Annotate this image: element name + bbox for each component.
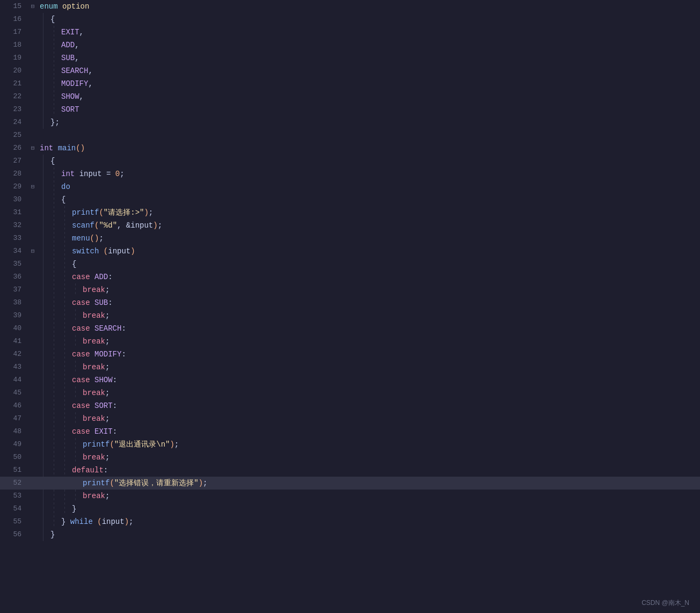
line-num-42: 42 [0,348,28,361]
code-line-32: 32 scanf("%d", &input); [0,219,700,232]
line-num-33: 33 [0,232,28,245]
line-num-25: 25 [0,129,28,142]
line-num-23: 23 [0,103,28,116]
fold-27 [28,155,38,167]
line-num-37: 37 [0,283,28,296]
fold-46 [28,399,38,412]
fold-17 [28,26,38,39]
line-num-55: 55 [0,515,28,528]
code-content-41: break; [81,335,700,348]
code-line-26: 26 ⊟ int main() [0,142,700,155]
fold-41 [28,335,38,348]
code-line-42: 42 case MODIFY: [0,348,700,361]
code-content-50: break; [81,451,700,464]
fold-45 [28,386,38,399]
code-content-40: case SEARCH: [70,322,700,335]
fold-44 [28,374,38,386]
fold-35 [28,258,38,271]
code-content-34: switch (input) [70,245,700,258]
code-line-46: 46 case SORT: [0,399,700,412]
line-num-19: 19 [0,52,28,64]
code-content-48: case EXIT: [70,425,700,438]
line-num-49: 49 [0,438,28,451]
code-content-37: break; [81,283,700,296]
fold-21 [28,77,38,90]
code-line-27: 27 { [0,155,700,167]
code-content-51: default: [70,464,700,477]
code-content-20: SEARCH, [59,64,700,77]
code-editor: 15 ⊟ enum option 16 { 17 EXIT, 18 ADD, 1… [0,0,700,541]
code-content-19: SUB, [59,52,700,64]
line-num-21: 21 [0,77,28,90]
fold-34[interactable]: ⊟ [28,245,38,258]
code-line-33: 33 menu(); [0,232,700,245]
code-line-44: 44 case SHOW: [0,374,700,386]
line-num-38: 38 [0,296,28,309]
line-num-28: 28 [0,167,28,180]
code-line-40: 40 case SEARCH: [0,322,700,335]
line-num-40: 40 [0,322,28,335]
fold-38 [28,296,38,309]
code-line-25: 25 [0,129,700,142]
code-content-17: EXIT, [59,26,700,39]
fold-43 [28,361,38,374]
code-content-45: break; [81,386,700,399]
code-line-37: 37 break; [0,283,700,296]
fold-26[interactable]: ⊟ [28,142,38,155]
line-num-48: 48 [0,425,28,438]
code-content-29: do [59,180,700,193]
line-num-56: 56 [0,528,28,541]
code-line-56: 56 } [0,528,700,541]
fold-19 [28,52,38,64]
code-line-51: 51 default: [0,464,700,477]
line-num-27: 27 [0,155,28,167]
code-line-18: 18 ADD, [0,39,700,52]
code-line-15: 15 ⊟ enum option [0,0,700,13]
code-content-56: } [48,528,700,541]
line-num-50: 50 [0,451,28,464]
line-num-29: 29 [0,180,28,193]
line-num-30: 30 [0,193,28,206]
code-line-50: 50 break; [0,451,700,464]
code-line-24: 24 }; [0,116,700,129]
fold-50 [28,451,38,464]
code-content-53: break; [81,490,700,502]
code-line-30: 30 { [0,193,700,206]
code-line-28: 28 int input = 0; [0,167,700,180]
line-num-53: 53 [0,490,28,502]
code-content-18: ADD, [59,39,700,52]
fold-52 [28,477,38,490]
fold-15[interactable]: ⊟ [28,0,38,13]
fold-47 [28,412,38,425]
code-content-15: enum option [38,0,700,13]
fold-53 [28,490,38,502]
code-line-16: 16 { [0,13,700,26]
code-line-55: 55 } while (input); [0,515,700,528]
code-content-39: break; [81,309,700,322]
code-line-21: 21 MODIFY, [0,77,700,90]
code-content-31: printf("请选择:>"); [70,206,700,219]
line-num-26: 26 [0,142,28,155]
code-content-32: scanf("%d", &input); [70,219,700,232]
fold-55 [28,515,38,528]
code-content-42: case MODIFY: [70,348,700,361]
line-num-54: 54 [0,502,28,515]
code-line-45: 45 break; [0,386,700,399]
fold-29[interactable]: ⊟ [28,180,38,193]
fold-37 [28,283,38,296]
code-line-31: 31 printf("请选择:>"); [0,206,700,219]
code-line-23: 23 SORT [0,103,700,116]
code-line-53: 53 break; [0,490,700,502]
code-line-34: 34 ⊟ switch (input) [0,245,700,258]
fold-40 [28,322,38,335]
line-num-34: 34 [0,245,28,258]
code-line-49: 49 printf("退出通讯录\n"); [0,438,700,451]
line-num-44: 44 [0,374,28,386]
code-content-27: { [48,155,700,167]
code-content-23: SORT [59,103,700,116]
code-content-46: case SORT: [70,399,700,412]
line-num-17: 17 [0,26,28,39]
fold-28 [28,167,38,180]
fold-42 [28,348,38,361]
code-line-20: 20 SEARCH, [0,64,700,77]
